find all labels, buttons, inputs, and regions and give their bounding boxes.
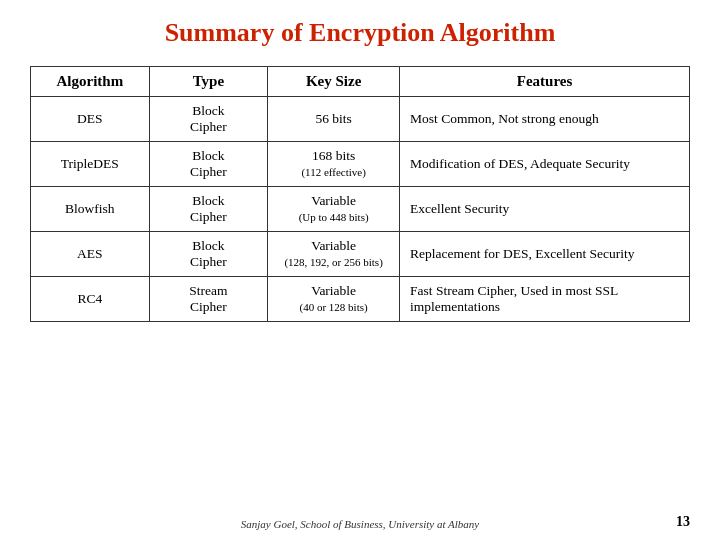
cell-algorithm: AES (31, 232, 150, 277)
cell-keysize: Variable(40 or 128 bits) (268, 277, 400, 322)
header-keysize: Key Size (268, 67, 400, 97)
header-algorithm: Algorithm (31, 67, 150, 97)
footer-page-number: 13 (660, 514, 690, 530)
footer-credit: Sanjay Goel, School of Business, Univers… (60, 518, 660, 530)
table-row: DESBlockCipher56 bitsMost Common, Not st… (31, 97, 690, 142)
cell-features: Replacement for DES, Excellent Security (400, 232, 690, 277)
cell-type: StreamCipher (149, 277, 268, 322)
table-row: TripleDESBlockCipher168 bits(112 effecti… (31, 142, 690, 187)
footer: Sanjay Goel, School of Business, Univers… (30, 508, 690, 530)
cell-type: BlockCipher (149, 142, 268, 187)
table-row: RC4StreamCipherVariable(40 or 128 bits)F… (31, 277, 690, 322)
header-features: Features (400, 67, 690, 97)
cell-algorithm: Blowfish (31, 187, 150, 232)
cell-features: Most Common, Not strong enough (400, 97, 690, 142)
cell-algorithm: TripleDES (31, 142, 150, 187)
cell-keysize: 168 bits(112 effective) (268, 142, 400, 187)
cell-features: Fast Stream Cipher, Used in most SSL imp… (400, 277, 690, 322)
cell-type: BlockCipher (149, 97, 268, 142)
cell-keysize: Variable(Up to 448 bits) (268, 187, 400, 232)
cell-type: BlockCipher (149, 232, 268, 277)
cell-keysize: Variable(128, 192, or 256 bits) (268, 232, 400, 277)
cell-algorithm: RC4 (31, 277, 150, 322)
cell-keysize: 56 bits (268, 97, 400, 142)
cell-features: Excellent Security (400, 187, 690, 232)
cell-type: BlockCipher (149, 187, 268, 232)
cell-algorithm: DES (31, 97, 150, 142)
cell-features: Modification of DES, Adequate Security (400, 142, 690, 187)
header-type: Type (149, 67, 268, 97)
encryption-table: Algorithm Type Key Size Features DESBloc… (30, 66, 690, 322)
table-row: BlowfishBlockCipherVariable(Up to 448 bi… (31, 187, 690, 232)
page-title: Summary of Encryption Algorithm (165, 18, 556, 48)
table-row: AESBlockCipherVariable(128, 192, or 256 … (31, 232, 690, 277)
